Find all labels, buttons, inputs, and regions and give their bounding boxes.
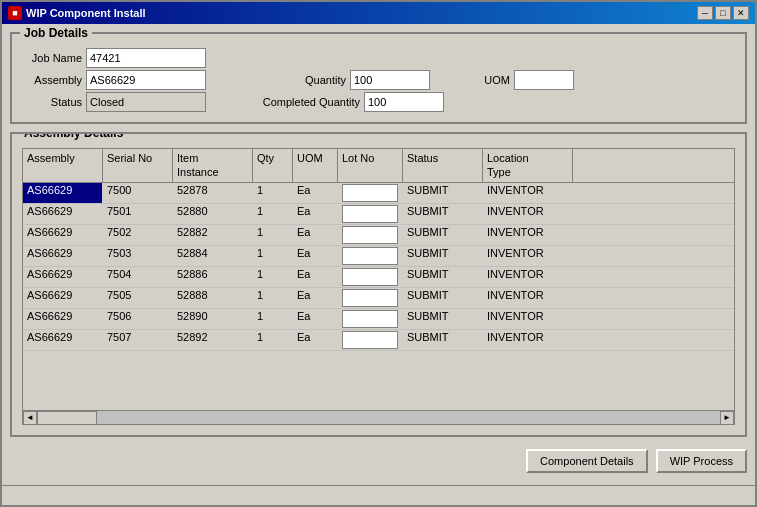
th-qty: Qty xyxy=(253,149,293,182)
job-name-input[interactable] xyxy=(86,48,206,68)
table-body-container: AS666297500528781EaSUBMITINVENTORAS66629… xyxy=(23,183,734,410)
td-lot_no[interactable] xyxy=(338,183,403,203)
table-header: Assembly Serial No ItemInstance Qty UOM … xyxy=(23,149,734,183)
wip-process-button[interactable]: WIP Process xyxy=(656,449,747,473)
td-item_instance: 52882 xyxy=(173,225,253,245)
app-icon: ■ xyxy=(8,6,22,20)
td-serial_no: 7505 xyxy=(103,288,173,308)
td-lot_no[interactable] xyxy=(338,246,403,266)
title-bar: ■ WIP Component Install ─ □ ✕ xyxy=(2,2,755,24)
bottom-bar xyxy=(2,485,755,505)
lot-no-input[interactable] xyxy=(342,331,398,349)
quantity-label: Quantity xyxy=(286,74,346,86)
lot-no-input[interactable] xyxy=(342,289,398,307)
td-item_instance: 52880 xyxy=(173,204,253,224)
td-serial_no: 7506 xyxy=(103,309,173,329)
table-row[interactable]: AS666297506528901EaSUBMITINVENTOR xyxy=(23,309,734,330)
footer-buttons: Component Details WIP Process xyxy=(10,445,747,477)
hscrollbar[interactable]: ◄ ► xyxy=(23,410,734,424)
td-uom: Ea xyxy=(293,267,338,287)
assembly-details-group: Assembly Details Assembly Serial No Item… xyxy=(10,132,747,437)
td-serial_no: 7501 xyxy=(103,204,173,224)
td-assembly: AS66629 xyxy=(23,246,103,266)
status-row: Status Completed Quantity xyxy=(22,92,735,112)
table-row[interactable]: AS666297502528821EaSUBMITINVENTOR xyxy=(23,225,734,246)
td-lot_no[interactable] xyxy=(338,330,403,350)
lot-no-input[interactable] xyxy=(342,205,398,223)
table-body[interactable]: AS666297500528781EaSUBMITINVENTORAS66629… xyxy=(23,183,734,410)
th-status: Status xyxy=(403,149,483,182)
td-item_instance: 52888 xyxy=(173,288,253,308)
hscroll-track[interactable] xyxy=(37,411,720,425)
td-location_type: INVENTOR xyxy=(483,246,573,266)
assembly-details-title: Assembly Details xyxy=(20,132,127,140)
td-lot_no[interactable] xyxy=(338,267,403,287)
maximize-button[interactable]: □ xyxy=(715,6,731,20)
th-assembly: Assembly xyxy=(23,149,103,182)
uom-input[interactable] xyxy=(514,70,574,90)
table-row[interactable]: AS666297500528781EaSUBMITINVENTOR xyxy=(23,183,734,204)
td-qty: 1 xyxy=(253,246,293,266)
td-lot_no[interactable] xyxy=(338,309,403,329)
td-assembly: AS66629 xyxy=(23,225,103,245)
completed-qty-field: Completed Quantity xyxy=(250,92,444,112)
td-assembly: AS66629 xyxy=(23,267,103,287)
table-row[interactable]: AS666297507528921EaSUBMITINVENTOR xyxy=(23,330,734,351)
table-row[interactable]: AS666297505528881EaSUBMITINVENTOR xyxy=(23,288,734,309)
completed-qty-input[interactable] xyxy=(364,92,444,112)
td-status: SUBMIT xyxy=(403,288,483,308)
job-details-group: Job Details Job Name Assembly Q xyxy=(10,32,747,124)
status-field: Status xyxy=(22,92,206,112)
td-status: SUBMIT xyxy=(403,267,483,287)
quantity-input[interactable] xyxy=(350,70,430,90)
td-location_type: INVENTOR xyxy=(483,330,573,350)
td-uom: Ea xyxy=(293,183,338,203)
td-item_instance: 52890 xyxy=(173,309,253,329)
job-name-row: Job Name xyxy=(22,48,735,68)
close-button[interactable]: ✕ xyxy=(733,6,749,20)
lot-no-input[interactable] xyxy=(342,310,398,328)
td-qty: 1 xyxy=(253,183,293,203)
td-qty: 1 xyxy=(253,288,293,308)
title-buttons: ─ □ ✕ xyxy=(697,6,749,20)
window-title: WIP Component Install xyxy=(26,7,146,19)
td-lot_no[interactable] xyxy=(338,204,403,224)
assembly-input[interactable] xyxy=(86,70,206,90)
table-row[interactable]: AS666297503528841EaSUBMITINVENTOR xyxy=(23,246,734,267)
td-lot_no[interactable] xyxy=(338,225,403,245)
td-item_instance: 52878 xyxy=(173,183,253,203)
td-uom: Ea xyxy=(293,225,338,245)
table-row[interactable]: AS666297504528861EaSUBMITINVENTOR xyxy=(23,267,734,288)
title-bar-left: ■ WIP Component Install xyxy=(8,6,146,20)
lot-no-input[interactable] xyxy=(342,247,398,265)
component-details-button[interactable]: Component Details xyxy=(526,449,648,473)
minimize-button[interactable]: ─ xyxy=(697,6,713,20)
td-assembly: AS66629 xyxy=(23,288,103,308)
assembly-row: Assembly Quantity UOM xyxy=(22,70,735,90)
td-location_type: INVENTOR xyxy=(483,288,573,308)
lot-no-input[interactable] xyxy=(342,226,398,244)
lot-no-input[interactable] xyxy=(342,184,398,202)
hscroll-left-arrow[interactable]: ◄ xyxy=(23,411,37,425)
lot-no-input[interactable] xyxy=(342,268,398,286)
td-status: SUBMIT xyxy=(403,309,483,329)
td-lot_no[interactable] xyxy=(338,288,403,308)
td-qty: 1 xyxy=(253,267,293,287)
td-location_type: INVENTOR xyxy=(483,204,573,224)
td-assembly: AS66629 xyxy=(23,183,103,203)
th-scrollbar-placeholder xyxy=(573,149,587,182)
th-uom: UOM xyxy=(293,149,338,182)
job-name-label: Job Name xyxy=(22,52,82,64)
td-assembly: AS66629 xyxy=(23,204,103,224)
td-serial_no: 7500 xyxy=(103,183,173,203)
th-location-type: LocationType xyxy=(483,149,573,182)
td-location_type: INVENTOR xyxy=(483,225,573,245)
main-window: ■ WIP Component Install ─ □ ✕ Job Detail… xyxy=(0,0,757,507)
td-location_type: INVENTOR xyxy=(483,309,573,329)
hscroll-thumb[interactable] xyxy=(37,411,97,425)
job-details-rows: Job Name Assembly Quantity UOM xyxy=(22,40,735,112)
table-row[interactable]: AS666297501528801EaSUBMITINVENTOR xyxy=(23,204,734,225)
hscroll-right-arrow[interactable]: ► xyxy=(720,411,734,425)
td-uom: Ea xyxy=(293,204,338,224)
td-assembly: AS66629 xyxy=(23,330,103,350)
